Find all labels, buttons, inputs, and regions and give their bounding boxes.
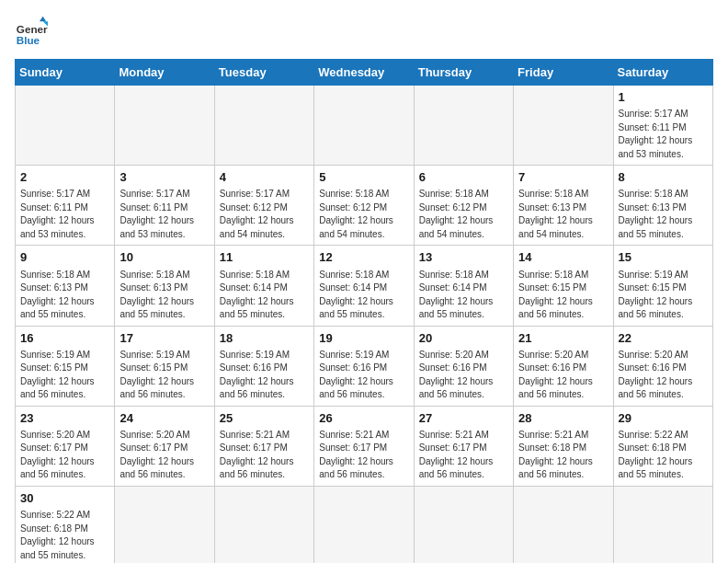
day-number: 16: [20, 330, 109, 347]
calendar-day-cell: [214, 86, 313, 166]
day-info: Sunrise: 5:20 AMSunset: 6:16 PMDaylight:…: [419, 349, 508, 402]
day-of-week-header: Friday: [514, 60, 613, 86]
day-of-week-header: Sunday: [16, 60, 115, 86]
day-info: Sunrise: 5:18 AMSunset: 6:13 PMDaylight:…: [20, 269, 109, 322]
day-info: Sunrise: 5:18 AMSunset: 6:14 PMDaylight:…: [220, 269, 309, 322]
day-info: Sunrise: 5:20 AMSunset: 6:16 PMDaylight:…: [619, 349, 708, 402]
calendar-week-row: 2Sunrise: 5:17 AMSunset: 6:11 PMDaylight…: [16, 166, 713, 246]
day-info: Sunrise: 5:19 AMSunset: 6:16 PMDaylight:…: [319, 349, 408, 402]
day-of-week-header: Thursday: [414, 60, 513, 86]
day-number: 25: [220, 410, 309, 427]
calendar-day-cell: 11Sunrise: 5:18 AMSunset: 6:14 PMDayligh…: [214, 246, 313, 326]
calendar-day-cell: 20Sunrise: 5:20 AMSunset: 6:16 PMDayligh…: [414, 326, 513, 406]
day-info: Sunrise: 5:21 AMSunset: 6:18 PMDaylight:…: [518, 429, 608, 482]
day-info: Sunrise: 5:21 AMSunset: 6:17 PMDaylight:…: [319, 429, 408, 482]
calendar-week-row: 9Sunrise: 5:18 AMSunset: 6:13 PMDaylight…: [16, 246, 713, 326]
calendar-week-row: 30Sunrise: 5:22 AMSunset: 6:18 PMDayligh…: [16, 486, 713, 563]
day-info: Sunrise: 5:19 AMSunset: 6:15 PMDaylight:…: [619, 269, 708, 322]
calendar-day-cell: 15Sunrise: 5:19 AMSunset: 6:15 PMDayligh…: [613, 246, 712, 326]
day-number: 7: [518, 169, 608, 186]
calendar-day-cell: 12Sunrise: 5:18 AMSunset: 6:14 PMDayligh…: [314, 246, 414, 326]
calendar-day-cell: 4Sunrise: 5:17 AMSunset: 6:12 PMDaylight…: [214, 166, 313, 246]
calendar-week-row: 23Sunrise: 5:20 AMSunset: 6:17 PMDayligh…: [16, 406, 713, 486]
day-info: Sunrise: 5:22 AMSunset: 6:18 PMDaylight:…: [619, 429, 708, 482]
day-number: 12: [319, 249, 408, 266]
calendar-day-cell: [314, 86, 414, 166]
calendar-week-row: 1Sunrise: 5:17 AMSunset: 6:11 PMDaylight…: [16, 86, 713, 166]
calendar-day-cell: 7Sunrise: 5:18 AMSunset: 6:13 PMDaylight…: [514, 166, 613, 246]
day-info: Sunrise: 5:21 AMSunset: 6:17 PMDaylight:…: [419, 429, 508, 482]
day-info: Sunrise: 5:17 AMSunset: 6:11 PMDaylight:…: [619, 108, 708, 161]
day-number: 23: [20, 410, 109, 427]
day-info: Sunrise: 5:17 AMSunset: 6:11 PMDaylight:…: [20, 188, 109, 241]
day-number: 19: [319, 330, 408, 347]
calendar-day-cell: 28Sunrise: 5:21 AMSunset: 6:18 PMDayligh…: [514, 406, 613, 486]
day-number: 14: [518, 249, 608, 266]
svg-marker-2: [40, 17, 46, 21]
day-info: Sunrise: 5:18 AMSunset: 6:15 PMDaylight:…: [518, 269, 608, 322]
day-number: 2: [20, 169, 109, 186]
day-number: 11: [220, 249, 309, 266]
calendar-day-cell: 23Sunrise: 5:20 AMSunset: 6:17 PMDayligh…: [16, 406, 115, 486]
calendar-day-cell: 26Sunrise: 5:21 AMSunset: 6:17 PMDayligh…: [314, 406, 414, 486]
day-info: Sunrise: 5:20 AMSunset: 6:16 PMDaylight:…: [518, 349, 608, 402]
day-info: Sunrise: 5:18 AMSunset: 6:13 PMDaylight:…: [119, 269, 209, 322]
day-number: 4: [220, 169, 309, 186]
calendar-header-row: SundayMondayTuesdayWednesdayThursdayFrid…: [16, 60, 713, 86]
day-number: 28: [518, 410, 608, 427]
calendar-day-cell: 17Sunrise: 5:19 AMSunset: 6:15 PMDayligh…: [115, 326, 214, 406]
day-info: Sunrise: 5:18 AMSunset: 6:14 PMDaylight:…: [419, 269, 508, 322]
calendar-day-cell: [514, 86, 613, 166]
day-info: Sunrise: 5:19 AMSunset: 6:15 PMDaylight:…: [119, 349, 209, 402]
generalblue-logo-icon: General Blue: [15, 15, 48, 48]
calendar-day-cell: 22Sunrise: 5:20 AMSunset: 6:16 PMDayligh…: [613, 326, 712, 406]
calendar-day-cell: [314, 486, 414, 563]
day-of-week-header: Monday: [115, 60, 214, 86]
day-of-week-header: Tuesday: [214, 60, 313, 86]
svg-text:General: General: [17, 23, 48, 35]
calendar-day-cell: 3Sunrise: 5:17 AMSunset: 6:11 PMDaylight…: [115, 166, 214, 246]
day-info: Sunrise: 5:17 AMSunset: 6:12 PMDaylight:…: [220, 188, 309, 241]
calendar-day-cell: [16, 86, 115, 166]
calendar-day-cell: 30Sunrise: 5:22 AMSunset: 6:18 PMDayligh…: [16, 486, 115, 563]
calendar-day-cell: 14Sunrise: 5:18 AMSunset: 6:15 PMDayligh…: [514, 246, 613, 326]
day-number: 24: [119, 410, 209, 427]
day-info: Sunrise: 5:18 AMSunset: 6:12 PMDaylight:…: [419, 188, 508, 241]
calendar-week-row: 16Sunrise: 5:19 AMSunset: 6:15 PMDayligh…: [16, 326, 713, 406]
calendar-day-cell: 10Sunrise: 5:18 AMSunset: 6:13 PMDayligh…: [115, 246, 214, 326]
day-number: 29: [619, 410, 708, 427]
logo: General Blue: [15, 15, 48, 48]
day-number: 6: [419, 169, 508, 186]
calendar-day-cell: [414, 486, 513, 563]
calendar-day-cell: 13Sunrise: 5:18 AMSunset: 6:14 PMDayligh…: [414, 246, 513, 326]
calendar-day-cell: 21Sunrise: 5:20 AMSunset: 6:16 PMDayligh…: [514, 326, 613, 406]
calendar-day-cell: 2Sunrise: 5:17 AMSunset: 6:11 PMDaylight…: [16, 166, 115, 246]
day-number: 26: [319, 410, 408, 427]
day-info: Sunrise: 5:18 AMSunset: 6:14 PMDaylight:…: [319, 269, 408, 322]
day-info: Sunrise: 5:19 AMSunset: 6:16 PMDaylight:…: [220, 349, 309, 402]
calendar-day-cell: 29Sunrise: 5:22 AMSunset: 6:18 PMDayligh…: [613, 406, 712, 486]
day-number: 3: [119, 169, 209, 186]
day-number: 9: [20, 249, 109, 266]
day-info: Sunrise: 5:18 AMSunset: 6:13 PMDaylight:…: [619, 188, 708, 241]
day-number: 8: [619, 169, 708, 186]
calendar-day-cell: [613, 486, 712, 563]
page-header: General Blue: [15, 15, 713, 48]
day-number: 1: [619, 89, 708, 106]
day-number: 22: [619, 330, 708, 347]
day-info: Sunrise: 5:18 AMSunset: 6:13 PMDaylight:…: [518, 188, 608, 241]
calendar-day-cell: 1Sunrise: 5:17 AMSunset: 6:11 PMDaylight…: [613, 86, 712, 166]
day-number: 17: [119, 330, 209, 347]
calendar-day-cell: 25Sunrise: 5:21 AMSunset: 6:17 PMDayligh…: [214, 406, 313, 486]
calendar-table: SundayMondayTuesdayWednesdayThursdayFrid…: [15, 59, 713, 563]
calendar-day-cell: 27Sunrise: 5:21 AMSunset: 6:17 PMDayligh…: [414, 406, 513, 486]
day-number: 10: [119, 249, 209, 266]
calendar-day-cell: [115, 486, 214, 563]
day-info: Sunrise: 5:22 AMSunset: 6:18 PMDaylight:…: [20, 509, 109, 562]
calendar-day-cell: 5Sunrise: 5:18 AMSunset: 6:12 PMDaylight…: [314, 166, 414, 246]
day-of-week-header: Saturday: [613, 60, 712, 86]
calendar-day-cell: 24Sunrise: 5:20 AMSunset: 6:17 PMDayligh…: [115, 406, 214, 486]
calendar-day-cell: 18Sunrise: 5:19 AMSunset: 6:16 PMDayligh…: [214, 326, 313, 406]
svg-text:Blue: Blue: [17, 34, 40, 46]
calendar-day-cell: 9Sunrise: 5:18 AMSunset: 6:13 PMDaylight…: [16, 246, 115, 326]
